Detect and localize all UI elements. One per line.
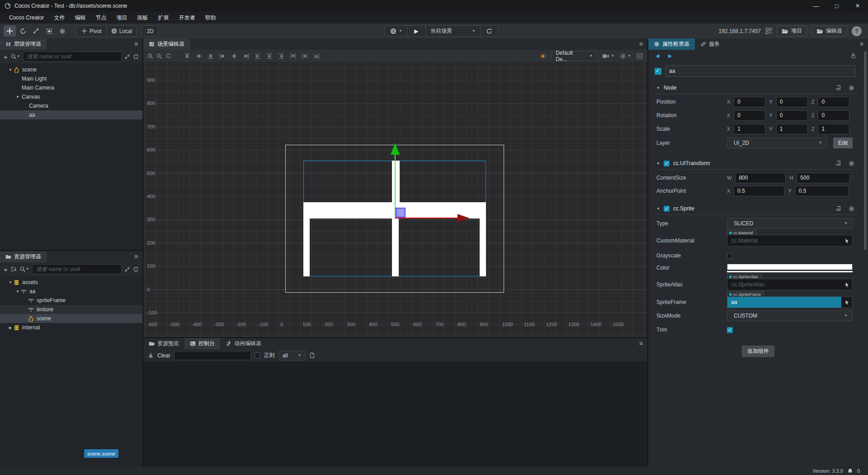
layer-dropdown[interactable]: UI_2D▼	[727, 138, 827, 148]
bell-icon[interactable]	[848, 468, 853, 474]
align-top-icon[interactable]	[184, 53, 190, 59]
create-asset-button[interactable]: +	[4, 266, 8, 273]
search-filter-icon[interactable]: ▼	[19, 266, 29, 272]
tree-item-internal[interactable]: ▶internal	[0, 323, 142, 332]
tree-item-spriteframe[interactable]: spriteFrame	[0, 296, 142, 305]
menu-item-2[interactable]: 编辑	[70, 12, 90, 24]
tree-item-texture[interactable]: texture	[0, 305, 142, 314]
preview-target-dropdown[interactable]: ▼	[386, 25, 407, 37]
zoom-in-icon[interactable]: +	[147, 53, 151, 59]
tab-inspector[interactable]: 属性检查器	[648, 38, 695, 50]
tab-scene-editor[interactable]: 场景编辑器	[143, 38, 190, 50]
align-right-icon[interactable]	[243, 53, 249, 59]
position-x-input[interactable]	[734, 97, 765, 107]
layer-edit-button[interactable]: Edit	[833, 138, 853, 148]
help-button[interactable]: ?	[852, 26, 862, 36]
distribute-bottom-icon[interactable]	[278, 53, 284, 59]
inspector-scrollbar[interactable]	[864, 51, 867, 250]
sort-assets-icon[interactable]	[10, 266, 17, 272]
menu-item-4[interactable]: 项目	[112, 12, 132, 24]
node-name-input[interactable]	[665, 65, 855, 77]
dimension-toggle-button[interactable]: 2D	[142, 25, 158, 37]
scale-z-input[interactable]	[818, 124, 849, 134]
expand-arrow-icon[interactable]: ▶	[7, 326, 14, 330]
regex-checkbox[interactable]	[255, 352, 260, 358]
history-forward-button[interactable]: ▶	[668, 53, 672, 59]
expand-arrow-icon[interactable]: ▼	[14, 290, 21, 294]
tree-item-scene[interactable]: ▼scene	[0, 65, 142, 74]
gear-icon[interactable]	[849, 206, 854, 212]
hierarchy-search-input[interactable]	[23, 52, 122, 62]
tree-item-camera[interactable]: Camera	[0, 101, 142, 110]
play-button[interactable]: ▶	[407, 25, 425, 37]
console-filter-input[interactable]	[174, 351, 251, 360]
tab-services[interactable]: 服务	[695, 38, 725, 50]
menu-item-6[interactable]: 扩展	[153, 12, 173, 24]
reset-view-icon[interactable]	[165, 53, 171, 59]
tree-item-aa[interactable]: aa	[0, 110, 142, 119]
asset-picker-icon[interactable]	[844, 299, 850, 305]
expand-arrow-icon[interactable]: ▼	[7, 280, 14, 285]
scene-viewport[interactable]: 9008007006005004003002001000-100 -600-50…	[143, 62, 647, 337]
uitransform-enabled-checkbox[interactable]	[664, 161, 670, 166]
custom-material-field[interactable]: cc.Material	[727, 235, 853, 247]
anchor-x-input[interactable]	[734, 186, 784, 196]
sprite-frame-field[interactable]: aa	[727, 296, 853, 308]
refresh-icon[interactable]	[133, 266, 139, 272]
refresh-scene-button[interactable]	[481, 25, 498, 37]
export-log-icon[interactable]	[309, 352, 315, 358]
content-size-w-input[interactable]	[735, 173, 786, 183]
align-left-icon[interactable]	[219, 53, 226, 59]
expand-arrow-icon[interactable]: ▼	[7, 68, 14, 72]
tree-item-main-light[interactable]: Main Light	[0, 74, 142, 83]
sprite-type-dropdown[interactable]: SLICED▼	[727, 218, 853, 229]
docs-icon[interactable]	[835, 161, 841, 166]
distribute-top-icon[interactable]	[255, 53, 261, 59]
sprite-enabled-checkbox[interactable]	[664, 206, 670, 212]
scale-tool-button[interactable]	[30, 25, 42, 37]
expand-arrow-icon[interactable]: ▼	[14, 95, 21, 99]
menu-item-1[interactable]: 文件	[49, 12, 69, 24]
clear-console-icon[interactable]	[148, 352, 154, 358]
gizmo-x-axis-line[interactable]	[395, 218, 458, 218]
distribute-right-icon[interactable]	[313, 53, 320, 59]
distribute-vcenter-icon[interactable]	[266, 53, 273, 59]
color-alpha-bar[interactable]	[727, 271, 853, 272]
open-project-button[interactable]: 项目	[777, 26, 807, 37]
hierarchy-menu-icon[interactable]: ≡	[134, 40, 138, 48]
tree-item-main-camera[interactable]: Main Camera	[0, 83, 142, 92]
qr-code-icon[interactable]	[765, 28, 772, 34]
align-bottom-icon[interactable]	[208, 53, 214, 59]
scene-select-dropdown[interactable]: 当前场景 ▼	[426, 25, 480, 37]
menu-item-3[interactable]: 节点	[91, 12, 111, 24]
tab-assets[interactable]: 资源管理器	[0, 251, 47, 262]
gizmo-settings-button[interactable]	[56, 25, 68, 37]
inspector-menu-icon[interactable]: ≡	[860, 40, 863, 48]
scene-camera-dropdown[interactable]: Default De...▼	[552, 51, 597, 61]
clear-label[interactable]: Clear	[157, 352, 170, 359]
position-y-input[interactable]	[776, 97, 808, 107]
move-tool-button[interactable]	[4, 25, 16, 37]
sprite-section-header[interactable]: ▼ cc.Sprite	[648, 204, 868, 213]
docs-icon[interactable]	[835, 206, 841, 212]
rotation-z-input[interactable]	[818, 110, 849, 121]
rotation-y-input[interactable]	[776, 110, 808, 121]
lock-icon[interactable]	[850, 52, 856, 59]
uitransform-section-header[interactable]: ▼ cc.UITransform	[648, 159, 868, 168]
local-toggle-button[interactable]: Local	[107, 25, 137, 37]
open-editor-button[interactable]: 编辑器	[811, 26, 847, 37]
align-vcenter-icon[interactable]	[196, 53, 202, 59]
docs-icon[interactable]	[835, 85, 841, 91]
light-toggle-icon[interactable]	[540, 53, 546, 59]
history-back-button[interactable]: ◀	[656, 53, 659, 59]
tab-asset-preview[interactable]: 资源预览	[143, 338, 184, 349]
sprite-atlas-field[interactable]: cc.SpriteAtlas	[727, 279, 853, 290]
zoom-out-icon[interactable]: −	[156, 53, 160, 59]
color-swatch[interactable]	[727, 264, 853, 270]
asset-picker-icon[interactable]	[844, 238, 850, 244]
scale-y-input[interactable]	[776, 124, 808, 134]
gear-icon[interactable]	[849, 85, 854, 91]
log-level-dropdown[interactable]: all▼	[278, 351, 306, 361]
tree-item-assets[interactable]: ▼assets	[0, 278, 142, 287]
trim-checkbox[interactable]	[727, 327, 733, 333]
